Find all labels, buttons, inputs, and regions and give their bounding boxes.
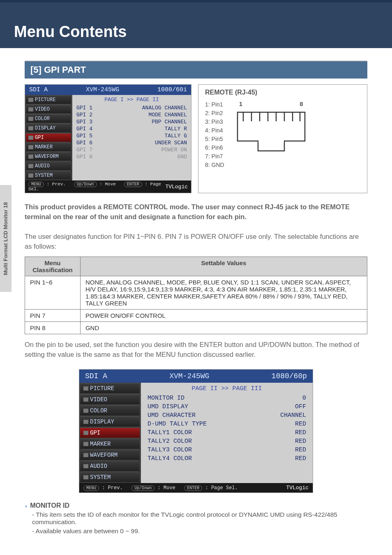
table-cell-classification: PIN 8 xyxy=(25,321,81,334)
osd-menu-item-picture[interactable]: PICTURE xyxy=(80,383,140,394)
osd-menu-label: AUDIO xyxy=(35,163,50,169)
osd-page1: SDI A XVM-245WG 1080/60i PICTUREVIDEOCOL… xyxy=(25,84,191,193)
gpi-icon xyxy=(83,431,88,435)
osd-setting-row[interactable]: MONITOR ID0 xyxy=(146,394,308,402)
osd-setting-row[interactable]: GPI 5TALLY G xyxy=(76,132,188,139)
osd-setting-row[interactable]: TALLY1 COLORRED xyxy=(146,428,308,437)
osd-row-value: TALLY G xyxy=(164,133,187,139)
section-header: [5] GPI PART xyxy=(25,60,367,79)
remote-pin-list: 1: Pin12: Pin23: Pin34: Pin45: Pin56: Pi… xyxy=(205,100,224,169)
osd-menu-item-audio[interactable]: AUDIO xyxy=(80,461,140,472)
gpi-icon xyxy=(28,136,33,140)
audio-icon xyxy=(83,464,88,468)
osd-setting-row[interactable]: TALLY2 COLORRED xyxy=(146,437,308,446)
osd-menu-item-gpi[interactable]: GPI xyxy=(25,133,71,142)
osd-menu-item-video[interactable]: VIDEO xyxy=(80,394,140,405)
osd-setting-row[interactable]: TALLY3 COLORRED xyxy=(146,446,308,454)
osd-setting-row[interactable]: GPI 8GND xyxy=(76,153,188,160)
osd-row-value: POWER ON xyxy=(161,147,187,153)
osd-setting-row[interactable]: D-UMD TALLY TYPERED xyxy=(146,420,308,428)
osd-row-value: PBP CHANNEL xyxy=(152,119,187,125)
table-row: PIN 7POWER ON/OFF CONTROL xyxy=(25,309,367,321)
settings-table: Menu Classification Settable Values PIN … xyxy=(25,257,367,334)
remote-pin-entry: 2: Pin2 xyxy=(205,109,224,118)
osd-menu-label: DISPLAY xyxy=(90,419,114,425)
osd2-main: PAGE II >> PAGE III MONITOR ID0UMD DISPL… xyxy=(141,383,313,483)
osd-menu-item-system[interactable]: SYSTEM xyxy=(25,171,71,180)
osd-menu-item-display[interactable]: DISPLAY xyxy=(80,416,140,427)
osd1-foot-logo: TVLogic xyxy=(165,184,188,190)
osd-row-label: UMD DISPLAY xyxy=(148,403,188,410)
system-icon xyxy=(83,475,88,479)
table-cell-values: NONE, ANALOG CHANNEL, MODE, PBP, BLUE ON… xyxy=(80,276,367,309)
osd-menu-item-marker[interactable]: MARKER xyxy=(25,143,71,152)
osd-menu-item-waveform[interactable]: WAVEFORM xyxy=(25,152,71,161)
bullet-dot-icon: ● xyxy=(25,503,28,509)
osd-menu-label: COLOR xyxy=(90,407,107,414)
osd2-menu: PICTUREVIDEOCOLORDISPLAYGPIMARKERWAVEFOR… xyxy=(79,383,141,483)
desc-body: The user designates function for PIN 1~P… xyxy=(25,232,367,252)
rj45-pin1-label: 1 xyxy=(239,100,242,107)
audio-icon xyxy=(28,164,33,168)
osd2-foot-pagesel: : Page Sel. xyxy=(205,485,238,491)
osd-setting-row[interactable]: GPI 1ANALOG CHANNEL xyxy=(76,104,188,111)
svg-rect-3 xyxy=(238,112,305,141)
osd-menu-item-video[interactable]: VIDEO xyxy=(25,105,71,114)
osd-setting-row[interactable]: UMD DISPLAYOFF xyxy=(146,402,308,411)
osd-menu-item-audio[interactable]: AUDIO xyxy=(25,162,71,171)
rj45-pin8-label: 8 xyxy=(300,100,303,107)
osd-setting-row[interactable]: UMD CHARACTERCHANNEL xyxy=(146,411,308,420)
osd-setting-row[interactable]: TALLY4 COLORRED xyxy=(146,454,308,463)
osd1-head-left: SDI A xyxy=(29,86,48,93)
osd-row-label: GPI 3 xyxy=(76,119,92,125)
svg-rect-12 xyxy=(258,140,284,143)
osd-row-value: OFF xyxy=(295,403,306,410)
osd-menu-item-system[interactable]: SYSTEM xyxy=(80,472,140,483)
osd-setting-row[interactable]: GPI 3PBP CHANNEL xyxy=(76,118,188,125)
osd-row-value: ANALOG CHANNEL xyxy=(142,105,187,111)
osd2-footer: MENU : Prev. Up/Down : Move ENTER : Page… xyxy=(79,483,313,493)
osd-row-label: GPI 1 xyxy=(76,105,92,111)
osd-menu-item-color[interactable]: COLOR xyxy=(80,405,140,416)
desc-after: On the pin to be used, set the function … xyxy=(25,340,367,360)
remote-pin-entry: 8: GND xyxy=(205,161,224,169)
osd-menu-item-marker[interactable]: MARKER xyxy=(80,439,140,449)
osd-row-label: TALLY2 COLOR xyxy=(148,438,192,445)
osd-row-label: TALLY3 COLOR xyxy=(148,446,192,453)
table-head-1: Menu Classification xyxy=(25,257,81,276)
page-root: Menu Contents Multi Format LCD Monitor 1… xyxy=(0,0,392,555)
osd1-head-right: 1080/60i xyxy=(157,86,187,93)
osd1-body: PICTUREVIDEOCOLORDISPLAYGPIMARKERWAVEFOR… xyxy=(25,95,191,180)
osd-menu-item-display[interactable]: DISPLAY xyxy=(25,124,71,133)
osd-menu-label: VIDEO xyxy=(90,396,107,403)
desc-bold: This product provides a REMOTE CONTROL m… xyxy=(25,202,367,222)
osd-menu-item-picture[interactable]: PICTURE xyxy=(25,95,71,104)
osd-setting-row[interactable]: GPI 6UNDER SCAN xyxy=(76,139,188,146)
osd-menu-label: AUDIO xyxy=(90,463,107,469)
osd-setting-row[interactable]: GPI 4TALLY R xyxy=(76,125,188,132)
table-cell-values: POWER ON/OFF CONTROL xyxy=(80,309,367,321)
osd-menu-label: SYSTEM xyxy=(35,173,53,178)
osd-setting-row[interactable]: GPI 7POWER ON xyxy=(76,146,188,153)
remote-title: REMOTE (RJ-45) xyxy=(205,89,360,96)
osd-row-label: MONITOR ID xyxy=(148,395,184,402)
osd1-foot-move: : Move xyxy=(99,182,116,187)
osd-menu-label: PICTURE xyxy=(90,385,114,392)
osd1-main-header: PAGE I >> PAGE II xyxy=(76,97,188,103)
osd1-footer: MENU : Prev. Up/Down : Move ENTER : Page… xyxy=(25,180,191,193)
osd2-head-left: SDI A xyxy=(85,372,107,380)
marker-icon xyxy=(83,442,88,446)
osd-row-value: 0 xyxy=(302,395,306,402)
osd-row-label: GPI 7 xyxy=(76,147,92,153)
osd2-foot-enter-pill: ENTER xyxy=(184,486,202,491)
osd-setting-row[interactable]: GPI 2MODE CHANNEL xyxy=(76,111,188,118)
table-cell-values: GND xyxy=(80,321,367,334)
osd-row-value: RED xyxy=(295,421,306,428)
osd-menu-item-color[interactable]: COLOR xyxy=(25,114,71,123)
osd-row-value: RED xyxy=(295,438,306,445)
osd-menu-item-waveform[interactable]: WAVEFORM xyxy=(80,450,140,460)
osd-row-value: RED xyxy=(295,429,306,436)
osd-menu-item-gpi[interactable]: GPI xyxy=(80,428,140,438)
monitor-id-line1: - This item sets the ID of each monitor … xyxy=(32,511,367,526)
remote-pin-entry: 1: Pin1 xyxy=(205,100,224,109)
